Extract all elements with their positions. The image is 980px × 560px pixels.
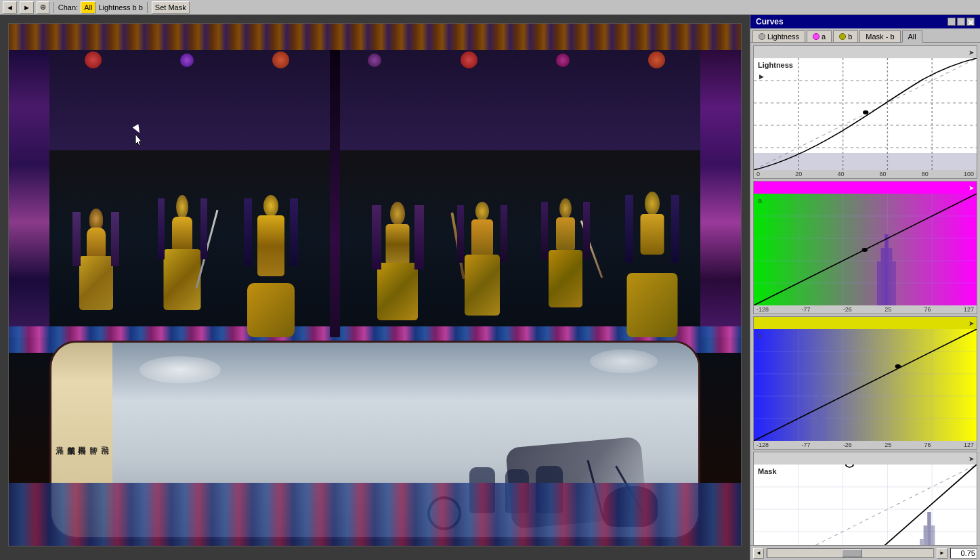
mask-chart[interactable]: Mask — [754, 465, 977, 545]
figure-6 — [538, 198, 593, 337]
b-axis-25: 25 — [885, 441, 891, 448]
set-mask-button[interactable]: Set Mask — [152, 1, 190, 14]
a-axis-neg128: -128 — [757, 306, 769, 313]
main-figures — [49, 50, 700, 337]
a-arrow[interactable]: ➤ — [968, 184, 974, 192]
a-axis-neg26: -26 — [843, 306, 852, 313]
b-arrow[interactable]: ➤ — [968, 320, 974, 327]
figure-7 — [622, 192, 683, 337]
svg-rect-53 — [920, 539, 924, 545]
tab-mask-b[interactable]: Mask - b — [859, 30, 900, 42]
svg-point-27 — [862, 248, 868, 252]
svg-rect-40 — [818, 383, 822, 441]
svg-rect-41 — [822, 397, 826, 441]
lightness-svg — [754, 58, 977, 170]
b-header: ➤ — [754, 317, 977, 329]
b-axis-neg77: -77 — [801, 441, 810, 448]
header-buttons: ✕ — [947, 18, 975, 26]
scroll-right-button[interactable]: ► — [937, 548, 947, 559]
tab-mask-b-label: Mask - b — [866, 33, 894, 41]
back-button[interactable]: ◄ — [3, 1, 17, 14]
channels-label: Chan: — [58, 3, 78, 12]
svg-rect-55 — [927, 512, 931, 545]
scrollbar-thumb[interactable] — [842, 549, 862, 557]
cloud-2 — [590, 349, 658, 373]
tab-b[interactable]: b — [833, 30, 858, 42]
toolbar-separator — [54, 2, 54, 13]
b-svg — [754, 329, 977, 441]
b-axis-labels: -128 -77 -26 25 76 127 — [754, 441, 977, 449]
tab-b-label: b — [848, 33, 852, 41]
b-curve-panel: ➤ b — [753, 316, 977, 450]
all-button[interactable]: All — [81, 1, 95, 14]
lightness-curve-panel: ➤ Lightness ▶ — [753, 45, 977, 179]
close-button[interactable]: ✕ — [966, 18, 975, 26]
toolbar: ◄ ► ⊕ Chan: All Lightness b b Set Mask — [0, 0, 980, 15]
left-column — [9, 50, 49, 337]
a-axis-127: 127 — [964, 306, 974, 313]
figure-4 — [369, 202, 427, 337]
a-svg — [754, 194, 977, 305]
figure-3 — [240, 195, 301, 337]
lightness-bb-label: Lightness b b — [98, 3, 142, 12]
lightness-chart[interactable]: Lightness ▶ — [754, 58, 977, 170]
curves-title: Curves — [756, 17, 784, 26]
svg-rect-56 — [931, 525, 935, 545]
zoom-value-input[interactable] — [950, 548, 977, 559]
svg-rect-22 — [881, 248, 885, 305]
lightness-axis-100: 100 — [964, 171, 974, 177]
tab-lightness[interactable]: Lightness — [752, 30, 805, 42]
svg-point-57 — [846, 465, 853, 467]
mask-svg — [754, 465, 977, 545]
figures-row — [53, 50, 697, 337]
svg-line-52 — [754, 465, 977, 545]
tab-a[interactable]: a — [807, 30, 832, 42]
main-content: 岳飛智勝楊再興咸次契弟年滿月 — [0, 15, 980, 560]
lightness-header: ➤ — [754, 46, 977, 58]
b-axis-neg26: -26 — [843, 441, 852, 448]
lightness-axis-80: 80 — [922, 171, 929, 177]
b-axis-neg128: -128 — [757, 441, 769, 448]
a-axis-labels: -128 -77 -26 25 76 127 — [754, 305, 977, 314]
svg-rect-21 — [877, 261, 881, 305]
curves-panel: Curves ✕ Lightness a b Mask - b — [750, 15, 980, 560]
maximize-button[interactable] — [957, 18, 965, 26]
tab-all[interactable]: All — [902, 30, 922, 43]
a-curve-panel: ➤ a — [753, 181, 977, 314]
mask-arrow[interactable]: ➤ — [968, 455, 974, 462]
a-axis-76: 76 — [924, 306, 931, 313]
bottom-border-decor — [9, 483, 741, 546]
scrollbar-track[interactable] — [767, 548, 934, 558]
lightness-axis-labels: 0 20 40 60 80 100 — [754, 170, 977, 178]
zoom-button[interactable]: ⊕ — [37, 1, 49, 14]
lightness-chart-inner: Lightness ▶ — [754, 58, 977, 170]
b-chart[interactable]: b — [754, 329, 977, 441]
figures-area — [9, 50, 741, 337]
svg-rect-39 — [815, 397, 819, 441]
minimize-button[interactable] — [947, 18, 956, 26]
svg-rect-25 — [892, 261, 896, 305]
scroll-left-button[interactable]: ◄ — [753, 548, 764, 559]
canvas-area[interactable]: 岳飛智勝楊再興咸次契弟年滿月 — [0, 15, 750, 560]
svg-rect-9 — [754, 153, 977, 170]
lightness-axis-20: 20 — [795, 171, 802, 177]
tab-lightness-label: Lightness — [767, 33, 799, 41]
lightness-tab-icon — [759, 33, 765, 40]
lightness-arrow[interactable]: ➤ — [968, 49, 974, 56]
a-chart-inner: a — [754, 194, 977, 305]
lightness-axis-40: 40 — [837, 171, 844, 177]
a-axis-25: 25 — [885, 306, 891, 313]
forward-button[interactable]: ► — [20, 1, 34, 14]
svg-rect-54 — [924, 525, 928, 545]
curves-tabs: Lightness a b Mask - b All — [750, 28, 980, 43]
svg-point-10 — [863, 110, 868, 114]
b-axis-76: 76 — [924, 441, 931, 448]
a-chart[interactable]: a — [754, 194, 977, 305]
tab-all-label: All — [908, 33, 916, 41]
temple-image: 岳飛智勝楊再興咸次契弟年滿月 — [9, 24, 741, 546]
curves-panel-header: Curves ✕ — [750, 15, 980, 28]
svg-point-43 — [895, 364, 901, 368]
mask-curve-panel: ➤ Mask — [753, 452, 977, 545]
lightness-axis-60: 60 — [880, 171, 887, 177]
tab-a-label: a — [822, 33, 826, 41]
